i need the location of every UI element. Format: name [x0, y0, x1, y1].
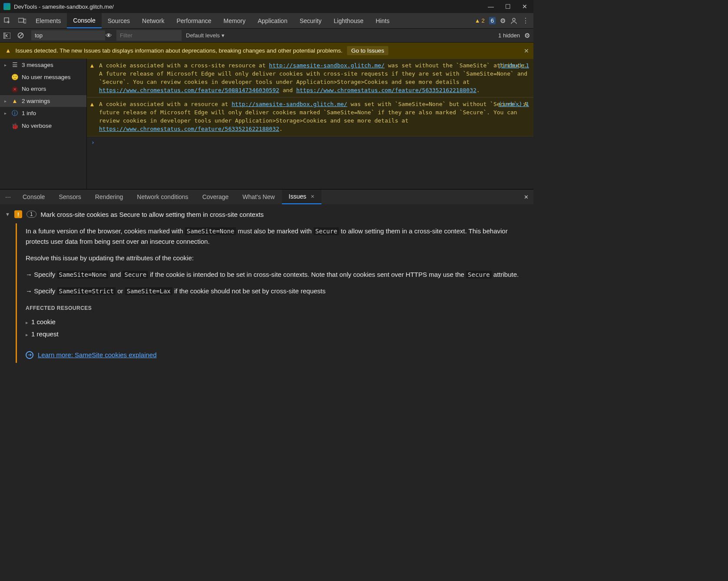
- bug-icon: 🐞: [11, 123, 18, 129]
- drawer-tab-label: Issues: [289, 193, 306, 200]
- console-sidebar: ▸☰3 messages 🙂No user messages ✕No error…: [0, 59, 87, 189]
- error-icon: ✕: [11, 86, 18, 93]
- context-selector[interactable]: top: [31, 30, 105, 40]
- code-snippet: SameSite=None: [185, 227, 236, 235]
- tab-sources[interactable]: Sources: [102, 13, 136, 28]
- sidebar-label: 1 info: [22, 110, 36, 116]
- tab-performance[interactable]: Performance: [170, 13, 217, 28]
- issue-bullet: Specify SameSite=None and Secure if the …: [26, 269, 521, 280]
- main-tab-strip: Elements Console Sources Network Perform…: [0, 13, 533, 29]
- sidebar-label: No user messages: [22, 74, 71, 80]
- window-close-button[interactable]: ✕: [522, 3, 527, 10]
- tab-application[interactable]: Application: [251, 13, 294, 28]
- toggle-sidebar-button[interactable]: [3, 33, 13, 39]
- account-icon[interactable]: [510, 17, 518, 25]
- url-link[interactable]: https://www.chromestatus.com/feature/563…: [99, 126, 279, 132]
- tab-console[interactable]: Console: [67, 13, 101, 28]
- drawer-tab-rendering[interactable]: Rendering: [88, 189, 130, 204]
- code-snippet: Secure: [466, 271, 492, 279]
- levels-label: Default levels: [186, 32, 220, 39]
- svg-point-3: [513, 18, 515, 21]
- affected-resources-label: AFFECTED RESOURCES: [26, 304, 521, 312]
- settings-icon[interactable]: ⚙: [500, 17, 506, 25]
- tab-elements[interactable]: Elements: [30, 13, 67, 28]
- app-icon: [3, 3, 10, 10]
- drawer-tab-network-conditions[interactable]: Network conditions: [130, 189, 195, 204]
- issue-body: In a future version of the browser, cook…: [16, 223, 528, 363]
- tab-security[interactable]: Security: [294, 13, 328, 28]
- code-snippet: SameSite=Lax: [125, 287, 172, 295]
- issue-paragraph: In a future version of the browser, cook…: [26, 226, 521, 247]
- code-snippet: Secure: [122, 271, 148, 279]
- warning-icon: ▲: [90, 62, 94, 70]
- drawer: ⋯ Console Sensors Rendering Network cond…: [0, 189, 533, 372]
- url-link[interactable]: https://www.chromestatus.com/feature/563…: [296, 87, 477, 93]
- svg-rect-5: [3, 33, 6, 39]
- log-levels-selector[interactable]: Default levels ▾: [186, 32, 225, 39]
- sidebar-label: 2 warnings: [22, 98, 50, 104]
- go-to-issues-button[interactable]: Go to Issues: [347, 46, 389, 55]
- drawer-close-button[interactable]: ✕: [519, 189, 533, 204]
- sidebar-warnings[interactable]: ▸▲2 warnings: [0, 95, 86, 107]
- drawer-tab-strip: ⋯ Console Sensors Rendering Network cond…: [0, 189, 533, 204]
- console-warning-message[interactable]: ▲ (index):1 A cookie associated with a r…: [87, 97, 533, 136]
- code-snippet: SameSite=Strict: [57, 287, 116, 295]
- device-toolbar-button[interactable]: [15, 13, 30, 28]
- console-messages: ▲ (index):1 A cookie associated with a c…: [87, 59, 533, 189]
- url-link[interactable]: http://samesite-sandbox.glitch.me/: [269, 62, 384, 69]
- tab-lighthouse[interactable]: Lighthouse: [328, 13, 370, 28]
- sidebar-info[interactable]: ▸ⓘ1 info: [0, 107, 86, 120]
- live-expression-button[interactable]: 👁: [106, 32, 112, 39]
- inspect-element-button[interactable]: [0, 13, 15, 28]
- sidebar-errors[interactable]: ✕No errors: [0, 83, 86, 95]
- source-link[interactable]: (index):1: [499, 100, 529, 109]
- clear-console-button[interactable]: [17, 32, 27, 39]
- filter-input[interactable]: [116, 30, 182, 41]
- console-warning-message[interactable]: ▲ (index):1 A cookie associated with a c…: [87, 59, 533, 97]
- issue-paragraph: Resolve this issue by updating the attri…: [26, 253, 521, 263]
- drawer-tab-whats-new[interactable]: What's New: [235, 189, 281, 204]
- warning-icon: ▲: [11, 98, 18, 104]
- drawer-tab-sensors[interactable]: Sensors: [52, 189, 88, 204]
- tab-memory[interactable]: Memory: [218, 13, 252, 28]
- close-icon[interactable]: ✕: [524, 47, 529, 54]
- drawer-tab-console[interactable]: Console: [16, 189, 52, 204]
- source-link[interactable]: (index):1: [499, 62, 529, 70]
- sidebar-verbose[interactable]: 🐞No verbose: [0, 120, 86, 132]
- tab-close-icon[interactable]: ✕: [311, 194, 314, 199]
- drawer-tab-issues[interactable]: Issues✕: [282, 189, 321, 204]
- tab-hints[interactable]: Hints: [370, 13, 396, 28]
- drawer-more-icon[interactable]: ⋯: [0, 189, 16, 204]
- tab-network[interactable]: Network: [136, 13, 170, 28]
- code-snippet: Secure: [314, 227, 339, 235]
- issue-header[interactable]: ▼ ! 1 Mark cross-site cookies as Secure …: [5, 209, 528, 223]
- context-value: top: [35, 32, 43, 39]
- url-link[interactable]: http://samesite-sandbox.glitch.me/: [232, 101, 347, 107]
- more-menu-icon[interactable]: ⋮: [522, 17, 529, 25]
- issue-count-badge: 1: [26, 211, 36, 218]
- user-icon: 🙂: [11, 73, 18, 80]
- issues-bar-text: Issues detected. The new Issues tab disp…: [15, 47, 342, 54]
- sidebar-label: 3 messages: [22, 62, 53, 68]
- warnings-badge[interactable]: ▲ 2: [475, 17, 485, 24]
- console-settings-icon[interactable]: ⚙: [524, 32, 530, 40]
- sidebar-user-messages[interactable]: 🙂No user messages: [0, 71, 86, 83]
- issues-badge[interactable]: 6: [489, 17, 496, 24]
- url-link[interactable]: https://www.chromestatus.com/feature/508…: [99, 87, 279, 93]
- code-snippet: SameSite=None: [57, 271, 109, 279]
- drawer-tab-coverage[interactable]: Coverage: [195, 189, 236, 204]
- issue-title: Mark cross-site cookies as Secure to all…: [41, 211, 264, 218]
- warning-icon: ▲: [5, 47, 11, 54]
- sidebar-messages[interactable]: ▸☰3 messages: [0, 59, 86, 71]
- affected-request-row[interactable]: 1 request: [26, 328, 521, 340]
- learn-more-link[interactable]: Learn more: SameSite cookies explained: [38, 350, 157, 360]
- window-maximize-button[interactable]: ☐: [505, 3, 511, 10]
- info-icon: ⓘ: [11, 110, 18, 117]
- console-prompt[interactable]: ›: [87, 136, 533, 148]
- window-minimize-button[interactable]: —: [488, 3, 494, 10]
- expand-toggle-icon[interactable]: ▼: [5, 212, 10, 217]
- issues-count: 6: [491, 17, 494, 24]
- affected-cookie-row[interactable]: 1 cookie: [26, 316, 521, 328]
- window-title: DevTools - samesite-sandbox.glitch.me/: [14, 3, 488, 10]
- hidden-count[interactable]: 1 hidden: [498, 32, 520, 39]
